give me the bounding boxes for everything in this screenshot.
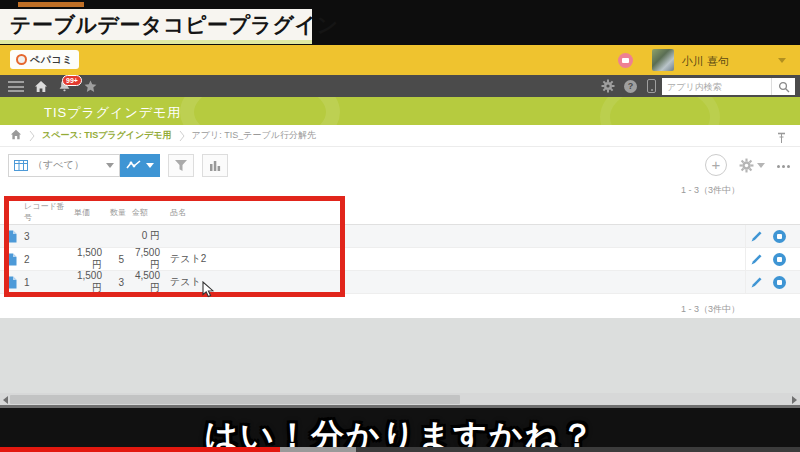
bar-chart-icon — [209, 159, 221, 171]
edit-pencil-icon[interactable] — [751, 276, 763, 288]
settings-chevron-icon — [757, 163, 765, 168]
logo[interactable]: ペパコミ — [10, 50, 79, 69]
screen: テーブルデータコピープラグイン ペパコミ 小川 喜句 99+ ? — [0, 0, 800, 452]
mobile-device-icon[interactable] — [647, 79, 656, 93]
user-menu-chevron-icon[interactable] — [778, 58, 786, 63]
video-caption-band: はい！分かりますかね？ — [0, 405, 800, 452]
edit-pencil-icon[interactable] — [751, 230, 763, 242]
favorites-star-icon[interactable] — [84, 79, 97, 97]
filter-button[interactable] — [168, 154, 194, 177]
chart-button[interactable] — [202, 154, 228, 177]
user-avatar[interactable] — [652, 49, 674, 71]
gear-icon — [739, 158, 754, 173]
breadcrumb-separator-icon — [29, 130, 35, 142]
global-nav: 99+ ? — [0, 75, 800, 97]
row-actions — [745, 248, 800, 270]
notification-icon[interactable] — [618, 53, 633, 68]
breadcrumb-app-label[interactable]: アプリ: TIS_テーブル行分解先 — [192, 129, 316, 142]
graph-button-chevron-icon — [146, 163, 154, 168]
pin-icon[interactable] — [777, 130, 786, 148]
space-title: TISプラグインデモ用 — [44, 104, 181, 122]
app-search-box — [662, 78, 795, 95]
scrollbar-thumb[interactable] — [10, 395, 460, 404]
table-view-icon — [14, 160, 28, 171]
view-selector-chevron-icon — [106, 163, 114, 168]
view-selector-label: （すべて） — [33, 158, 101, 172]
row-actions — [745, 225, 800, 247]
settings-gear-icon[interactable] — [601, 79, 615, 97]
row-actions — [745, 271, 800, 293]
breadcrumb-home-icon[interactable] — [10, 129, 22, 142]
user-name[interactable]: 小川 喜句 — [682, 54, 729, 69]
space-banner: TISプラグインデモ用 — [0, 97, 800, 125]
header-actions — [745, 200, 800, 224]
view-selector[interactable]: （すべて） — [8, 154, 120, 177]
title-accent-bar — [18, 2, 84, 7]
empty-area — [0, 318, 800, 393]
row-action-icon[interactable] — [773, 253, 786, 266]
breadcrumb-separator-icon — [179, 130, 185, 142]
graph-button[interactable] — [120, 154, 160, 177]
banner-decoration — [600, 97, 720, 125]
app-settings-button[interactable] — [739, 158, 765, 173]
add-record-button[interactable]: + — [705, 154, 727, 176]
help-icon[interactable]: ? — [624, 80, 637, 93]
more-options-button[interactable] — [777, 163, 790, 168]
row-action-icon[interactable] — [773, 276, 786, 289]
notification-badge: 99+ — [62, 75, 82, 86]
home-icon[interactable] — [34, 79, 48, 97]
app-header: ペパコミ 小川 喜句 — [0, 45, 800, 75]
pagination-bottom: 1 - 3（3件中） — [681, 303, 740, 316]
edit-pencil-icon[interactable] — [751, 253, 763, 265]
search-input[interactable] — [662, 82, 771, 92]
view-toolbar: （すべて） — [8, 153, 228, 177]
banner-decoration — [180, 97, 340, 125]
video-top-band: テーブルデータコピープラグイン — [0, 0, 800, 45]
line-chart-icon — [126, 159, 142, 171]
scrollbar-right-arrow-icon[interactable] — [792, 396, 797, 404]
search-button[interactable] — [771, 78, 795, 95]
breadcrumb: スペース: TISプラグインデモ用 アプリ: TIS_テーブル行分解先 — [0, 125, 800, 147]
breadcrumb-space-link[interactable]: スペース: TISプラグインデモ用 — [42, 129, 172, 142]
filter-funnel-icon — [174, 159, 188, 172]
highlight-rectangle — [4, 196, 345, 297]
video-progress-watched — [0, 447, 280, 452]
video-title-banner: テーブルデータコピープラグイン — [0, 9, 312, 44]
row-action-icon[interactable] — [773, 230, 786, 243]
toolbar-right-cluster: + — [705, 153, 790, 177]
video-progress-bar[interactable] — [0, 447, 800, 452]
logo-text: ペパコミ — [30, 53, 73, 67]
video-title-text: テーブルデータコピープラグイン — [10, 11, 338, 39]
pagination-top: 1 - 3（3件中） — [681, 184, 740, 197]
hamburger-menu-icon[interactable] — [8, 81, 24, 92]
logo-icon — [16, 54, 27, 65]
scrollbar-left-arrow-icon[interactable] — [3, 396, 8, 404]
